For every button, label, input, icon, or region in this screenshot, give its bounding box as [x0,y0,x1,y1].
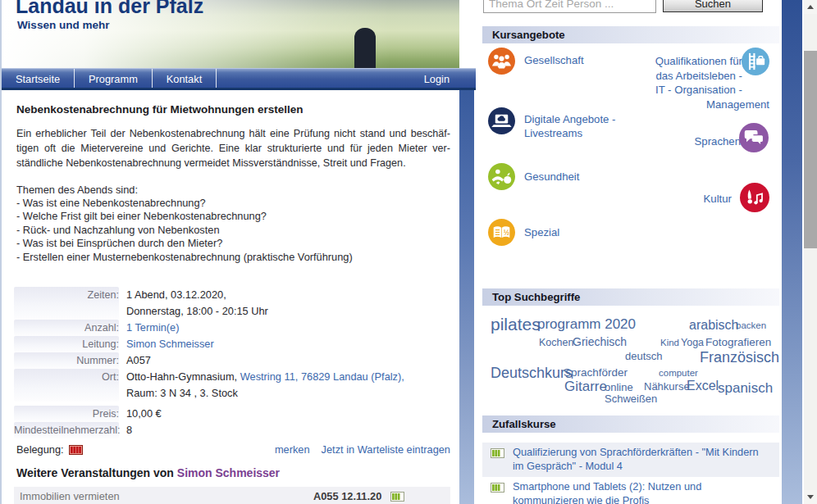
category-label-line: Sprachen [695,134,741,149]
tag-link[interactable]: backen [736,320,766,330]
detail-value-line: Simon Schmeisser [126,336,214,352]
detail-label: Ort: [14,369,119,402]
category-kultur[interactable]: Kultur [704,192,732,207]
lecturer-link[interactable]: Simon Schmeisser [177,466,280,479]
main-column: Landau in der Pfalz Wissen und mehr Star… [0,0,458,504]
tag-link[interactable]: Sprachförder [564,366,628,379]
scrollbar-thumb[interactable] [804,51,817,248]
occupancy-available-icon [390,492,404,502]
tag-link[interactable]: Schweißen [605,393,657,405]
random-course-line: kommunizieren wie die Profis [513,493,774,504]
detail-row: Ort:Otto-Hahn-Gymnasium, Westring 11, 76… [2,369,459,402]
description-line: ständliche Nebenkostenabrechnung vermeid… [16,156,450,170]
category-icon-wrap[interactable] [740,183,769,216]
category-icon-wrap[interactable] [739,123,769,156]
tag-link[interactable]: programm 2020 [537,316,636,333]
topic-line: - Was ist bei Einsprüchen durch den Miet… [16,237,353,250]
course-title: Nebenkostenabrechnung für Mietwohnungen … [16,103,304,116]
detail-row: Preis:10,00 € [2,406,459,422]
detail-value: Otto-Hahn-Gymnasium, Westring 11, 76829 … [126,369,404,402]
detail-label: Nummer: [14,352,119,369]
tag-link[interactable]: Yoga [681,337,704,348]
course-description: Ein erheblicher Teil der Nebenkostenabre… [16,126,450,170]
search-input[interactable] [483,0,656,13]
category-digitale[interactable]: Digitale Angebote -Livestreams [488,107,615,140]
detail-value: 8 [126,422,132,438]
tag-link[interactable]: Griechisch [573,335,627,348]
tag-link[interactable]: Französisch [700,349,779,366]
detail-label: Zeiten: [14,287,119,320]
category-label-line: Gesundheit [524,170,579,184]
category-gesundheit[interactable]: Gesundheit [488,163,579,190]
course-row-title[interactable]: Immobilien vermieten [20,490,120,502]
category-spezial[interactable]: ½Spezial [488,219,559,246]
laptop-icon [488,107,515,134]
tag-link[interactable]: Kochen [539,337,573,348]
scroll-down-icon[interactable] [804,490,817,504]
detail-label: Leitung: [14,336,119,352]
category-icon-wrap[interactable] [742,48,769,79]
detail-link[interactable]: 1 Termin(e) [126,321,179,334]
people-icon [488,48,515,75]
book-icon: ½ [488,219,515,246]
detail-value: 1 Abend, 03.12.2020,Donnerstag, 18:00 - … [126,287,268,320]
search-button[interactable]: Suchen [663,0,763,12]
category-label: Digitale Angebote -Livestreams [524,112,615,140]
detail-row: Mindestteilnehmerzahl:8 [2,422,459,438]
tag-link[interactable]: Nähkurse [644,380,690,393]
random-course-line: Smartphone und Tablets (2): Nutzen und [513,479,774,493]
tag-link[interactable]: online [605,381,633,393]
tag-link[interactable]: spanisch [718,380,773,397]
tag-link[interactable]: Excel [687,379,719,393]
bookmark-link[interactable]: merken [275,443,310,456]
detail-link[interactable]: Simon Schmeisser [126,338,214,350]
scroll-up-icon[interactable] [804,0,817,14]
tag-link[interactable]: Gitarre [564,379,607,395]
scrollbar[interactable] [804,0,817,504]
detail-value: 10,00 € [126,406,162,422]
category-gesellschaft[interactable]: Gesellschaft [488,48,584,75]
detail-text: 10,00 € [126,407,162,420]
category-sprachen[interactable]: Sprachen [695,134,741,149]
tag-link[interactable]: Fotografieren [705,336,771,348]
detail-label: Preis: [14,406,119,422]
random-course-title[interactable]: Qualifizierung von Sprachförderkräften -… [513,445,774,473]
sidebar: Suchen Kursangebote GesellschaftDigitale… [482,0,779,504]
tag-link[interactable]: Deutschkurs [491,365,573,382]
detail-value-line: Raum: 3 N 34 , 3. Stock [126,385,404,402]
nav-programm[interactable]: Programm [75,69,153,88]
category-label-line: Kultur [704,192,732,207]
tag-link[interactable]: pilates [491,315,541,334]
detail-row: Zeiten:1 Abend, 03.12.2020,Donnerstag, 1… [2,287,459,320]
category-label-line: Gesellschaft [524,53,584,67]
random-course-title[interactable]: Smartphone und Tablets (2): Nutzen undko… [513,479,774,504]
more-courses-heading: Weitere Veranstaltungen von Simon Schmei… [16,466,280,479]
detail-row: Leitung:Simon Schmeisser [2,336,459,352]
building-door [354,28,376,68]
nav-login[interactable]: Login [424,69,450,90]
course-row-number-date: A055 12.11.20 [313,490,381,502]
course-list-row[interactable]: Immobilien vermietenA055 12.11.20 [14,487,450,504]
nav-startseite[interactable]: Startseite [2,69,75,88]
detail-text: 1 Abend, 03.12.2020, [126,288,226,301]
topic-line: - Rück- und Nachzahlung von Nebenkosten [16,224,353,237]
detail-text: Donnerstag, 18:00 - 20:15 Uhr [126,305,268,317]
nav-kontakt[interactable]: Kontakt [153,69,217,88]
site-title: Landau in der Pfalz [16,0,203,18]
detail-value: A057 [126,352,151,369]
random-course-item[interactable]: Smartphone und Tablets (2): Nutzen undko… [482,477,779,504]
detail-text: A057 [126,354,151,366]
tag-link[interactable]: Kind [660,338,679,347]
topics-list: - Was ist eine Nebenkostenabrechnung?- W… [16,197,353,264]
category-label-line: IT - Organisation - [655,83,769,98]
random-course-item[interactable]: Qualifizierung von Sprachförderkräften -… [482,443,779,477]
occupancy-available-icon [491,483,504,493]
category-label-line: Spezial [524,225,559,239]
page: Landau in der Pfalz Wissen und mehr Star… [0,0,817,504]
tag-link[interactable]: deutsch [625,350,663,362]
detail-link[interactable]: Westring 11, 76829 Landau (Pfalz), [240,370,404,383]
waitlist-link[interactable]: Jetzt in Warteliste eintragen [322,443,450,456]
tag-link[interactable]: computer [659,368,698,378]
tag-link[interactable]: arabisch [689,318,738,333]
detail-value-line: Donnerstag, 18:00 - 20:15 Uhr [126,303,268,320]
